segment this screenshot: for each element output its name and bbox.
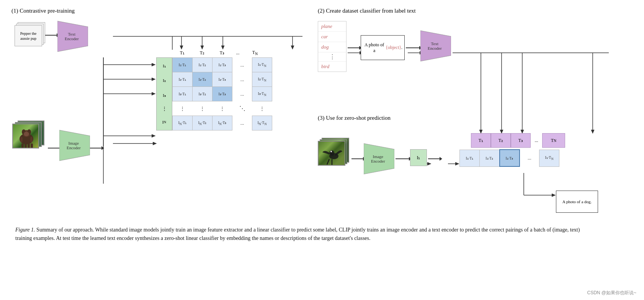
section1-title: (1) Contrastive pre-training <box>11 8 75 14</box>
cell-n-n: IN·TN <box>252 116 272 130</box>
text-encoder-label: Text Encoder <box>61 32 82 41</box>
right-col-t3: T₃ <box>511 133 531 148</box>
text-input-stacked: Pepper theaussie pup <box>15 22 45 49</box>
text-box-front: Pepper theaussie pup <box>15 25 42 46</box>
result-cell-3-highlight: I₁·T₃ <box>500 150 520 166</box>
arrow-template-to-enc2 <box>406 46 422 50</box>
watermark: CSDN @如果你也听说~ <box>587 290 636 296</box>
cell-d-1: ⋮ <box>173 101 193 116</box>
bird-image-stacked <box>318 138 350 168</box>
image-encoder-shape: ImageEncoder <box>59 128 90 163</box>
cell-3-1: I₃·T₁ <box>173 87 193 101</box>
col-header-t3: T₃ <box>212 50 232 56</box>
svg-line-44 <box>327 159 329 165</box>
image-encoder2-shape: ImageEncoder <box>364 142 394 176</box>
cell-n-3: IN·T₃ <box>212 116 232 130</box>
row-label-i1: I₁ <box>163 59 166 73</box>
right-col-tn: TN <box>542 133 565 148</box>
section2-title: (2) Create dataset classifier from label… <box>318 8 416 14</box>
result-row: I₁·T₁ I₁·T₂ I₁·T₃ ... I₁·TN <box>459 149 559 167</box>
cell-n-dots: ... <box>232 116 252 130</box>
row-label-i2: I₂ <box>163 73 166 88</box>
matrix-grid: I₁·T₁ I₁·T₂ I₁·T₃ ... I₁·TN I₂·T₁ I₂·T₂ … <box>172 57 272 130</box>
result-cell-dots: ... <box>520 150 539 166</box>
row-label-in: IN <box>162 115 166 129</box>
arrow-enc2-to-i1 <box>396 157 412 161</box>
svg-rect-27 <box>21 143 24 148</box>
cell-d-2: ⋮ <box>193 101 212 116</box>
output-box: A photo of a dog. <box>556 191 598 213</box>
row-branch-arrows <box>101 57 159 184</box>
cell-3-2: I₃·T₂ <box>193 87 212 101</box>
col-header-dots: ... <box>232 50 244 56</box>
col-header-tn: TN <box>244 50 266 56</box>
text-encoder-shape: Text Encoder <box>57 19 88 54</box>
cell-3-n: I₃·TN <box>252 87 272 101</box>
result-cell-n: I₁·TN <box>539 150 559 166</box>
text-encoder2-label: TextEncoder <box>424 41 445 51</box>
cell-1-3: I₁·T₃ <box>212 58 232 72</box>
cell-2-n: I₂·TN <box>252 72 272 87</box>
section3-title: (3) Use for zero-shot prediction <box>318 115 391 121</box>
result-cell-1: I₁·T₁ <box>460 150 480 166</box>
col-header-t1: T₁ <box>172 50 192 56</box>
right-col-t2: T₂ <box>491 133 511 148</box>
row-label-i3: I₃ <box>163 88 166 103</box>
svg-rect-29 <box>28 143 30 148</box>
label-list: plane car dog ⋮ bird <box>318 21 347 72</box>
cell-2-dots: ... <box>232 72 252 87</box>
svg-point-46 <box>330 151 332 152</box>
result-cell-2: I₁·T₂ <box>480 150 500 166</box>
i1-single-box: I₁ <box>410 149 427 166</box>
caption-italic: Figure 1. <box>15 227 35 233</box>
svg-rect-30 <box>31 143 33 148</box>
caption: Figure 1. Summary of our approach. While… <box>11 226 586 243</box>
result-table: I₁·T₁ I₁·T₂ I₁·T₃ ... I₁·TN <box>459 149 559 167</box>
label-bird: bird <box>318 62 346 72</box>
arrow-i1-to-result <box>428 157 442 161</box>
right-col-dots: ... <box>531 133 542 148</box>
dog-image-stacked <box>12 121 47 151</box>
cell-1-n: I₁·TN <box>252 58 272 72</box>
label-dots: ⋮ <box>318 52 346 62</box>
cell-1-2: I₁·T₂ <box>193 58 212 72</box>
text-encoder2-shape: TextEncoder <box>420 29 451 63</box>
cell-2-3: I₂·T₃ <box>212 72 232 87</box>
arrow-enc-to-rows <box>90 146 104 150</box>
label-dog: dog <box>318 42 346 52</box>
dog-img-front <box>12 124 39 148</box>
svg-point-32 <box>30 137 33 143</box>
template-box: A photo of a {object}. <box>361 35 405 60</box>
svg-point-26 <box>24 132 29 136</box>
image-encoder-label: ImageEncoder <box>63 141 84 150</box>
col-header-t2: T₂ <box>192 50 212 56</box>
cell-3-3: I₃·T₃ <box>212 87 232 101</box>
cell-d-3: ⋮ <box>212 101 232 116</box>
row-labels-col: I₁ I₂ I₃ ⋮ IN <box>156 57 172 130</box>
label-plane: plane <box>318 21 346 32</box>
arrow-labels-to-template <box>348 46 362 50</box>
matrix-row-3: I₃·T₁ I₃·T₂ I₃·T₃ ... I₃·TN <box>173 87 272 101</box>
svg-rect-28 <box>25 143 27 148</box>
cell-2-1: I₂·T₁ <box>173 72 193 87</box>
matrix-row-n: IN·T₁ IN·T₂ IN·T₃ ... IN·TN <box>173 116 272 130</box>
caption-text: Summary of our approach. While standard … <box>15 227 580 241</box>
label-car: car <box>318 32 346 42</box>
right-col-t1: T₁ <box>471 133 491 148</box>
cell-1-dots: ... <box>232 58 252 72</box>
matrix-row-1: I₁·T₁ I₁·T₂ I₁·T₃ ... I₁·TN <box>173 58 272 72</box>
bird-svg <box>319 142 345 166</box>
right-col-headers: T₁ T₂ T₃ ... TN <box>471 133 565 148</box>
matrix-body: I₁ I₂ I₃ ⋮ IN I₁·T₁ I₁·T₂ I₁·T₃ ... I₁·T… <box>156 57 272 130</box>
cell-n-2: IN·T₂ <box>193 116 212 130</box>
cell-d-d: ⋱ <box>232 101 252 116</box>
svg-point-31 <box>20 137 23 143</box>
cell-2-2: I₂·T₂ <box>193 72 212 87</box>
text-input-label: Pepper theaussie pup <box>20 31 37 41</box>
matrix-row-2: I₂·T₁ I₂·T₂ I₂·T₃ ... I₂·TN <box>173 72 272 87</box>
cell-1-1: I₁·T₁ <box>173 58 193 72</box>
cell-d-n: ⋮ <box>252 101 272 116</box>
image-encoder2-label: ImageEncoder <box>368 154 389 163</box>
dog-svg <box>13 124 39 148</box>
matrix-row-dots: ⋮ ⋮ ⋮ ⋱ ⋮ <box>173 101 272 116</box>
